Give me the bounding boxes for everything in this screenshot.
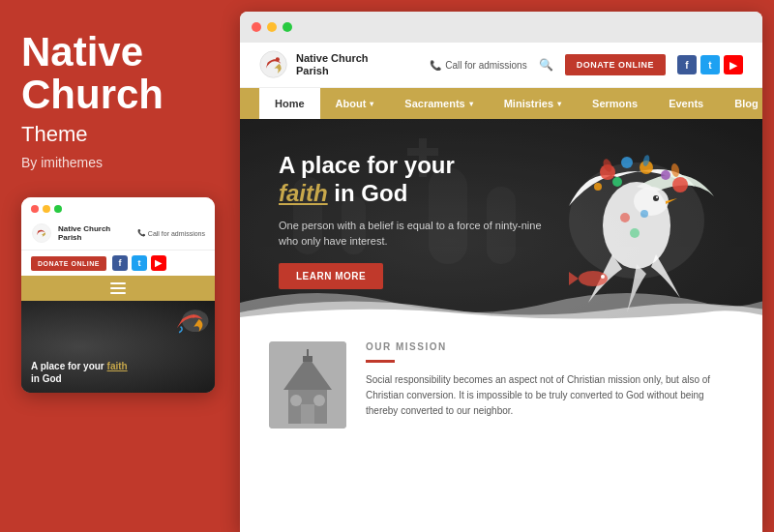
- browser-dot-green: [283, 22, 292, 32]
- site-logo-icon: [259, 50, 288, 79]
- mobile-logo-icon: [31, 222, 52, 244]
- browser-dot-yellow: [267, 22, 277, 32]
- svg-point-24: [634, 187, 669, 216]
- mobile-dot-red: [31, 205, 39, 213]
- mobile-logo-text: Native Church Parish: [58, 224, 110, 243]
- svg-point-27: [620, 213, 630, 222]
- site-header: Native Church Parish 📞 Call for admissio…: [240, 43, 762, 88]
- svg-point-26: [656, 196, 658, 198]
- mobile-hero-bird-icon: [173, 306, 210, 340]
- mobile-hero-text: A place for your faith in God: [31, 360, 128, 385]
- nav-item-sermons[interactable]: Sermons: [577, 88, 653, 119]
- mobile-facebook-icon[interactable]: f: [112, 255, 128, 271]
- mobile-social-icons: f t ▶: [112, 255, 166, 271]
- browser-window: Native Church Parish 📞 Call for admissio…: [240, 12, 762, 532]
- browser-content: Native Church Parish 📞 Call for admissio…: [240, 43, 762, 532]
- site-nav: Home About ▾ Sacraments ▾ Ministries ▾ S…: [240, 88, 762, 119]
- mobile-hamburger-bar: [21, 276, 215, 301]
- svg-rect-38: [290, 395, 302, 406]
- youtube-icon[interactable]: ▶: [724, 55, 743, 74]
- site-logo-area: Native Church Parish: [259, 50, 369, 79]
- mobile-preview: Native Church Parish 📞 Call for admissio…: [21, 197, 215, 393]
- mobile-hero-faith-word: faith: [107, 361, 128, 371]
- svg-point-18: [612, 177, 622, 187]
- site-social-icons: f t ▶: [677, 55, 743, 74]
- donate-button[interactable]: DONATE ONLINE: [565, 54, 666, 75]
- mobile-twitter-icon[interactable]: t: [132, 255, 147, 271]
- mobile-donate-row: DONATE ONLINE f t ▶: [21, 251, 215, 276]
- mobile-youtube-icon[interactable]: ▶: [151, 255, 166, 271]
- mission-label: OUR MISSION: [366, 341, 733, 352]
- site-logo-text: Native Church Parish: [296, 52, 369, 77]
- browser-titlebar: [240, 12, 762, 43]
- mission-divider: [366, 360, 395, 363]
- svg-rect-36: [307, 349, 309, 359]
- svg-point-28: [640, 210, 648, 218]
- nav-item-home[interactable]: Home: [259, 88, 320, 119]
- svg-point-0: [32, 224, 50, 243]
- theme-title: Native Church: [21, 31, 219, 116]
- site-header-right: 📞 Call for admissions 🔍 DONATE ONLINE f …: [430, 54, 743, 75]
- ministries-chevron-icon: ▾: [557, 100, 561, 108]
- nav-item-sacraments[interactable]: Sacraments ▾: [389, 88, 488, 119]
- twitter-icon[interactable]: t: [700, 55, 720, 74]
- svg-point-29: [630, 228, 640, 238]
- svg-point-16: [661, 170, 670, 180]
- phone-icon: 📞: [430, 60, 441, 71]
- mobile-hero-subheading: in God: [31, 372, 128, 385]
- svg-point-31: [601, 275, 605, 279]
- nav-item-about[interactable]: About ▾: [320, 88, 390, 119]
- svg-point-3: [260, 51, 286, 77]
- mobile-logo-area: Native Church Parish: [31, 222, 110, 244]
- svg-point-2: [193, 315, 195, 318]
- svg-rect-39: [313, 395, 325, 406]
- mobile-call-text: 📞 Call for admissions: [137, 229, 205, 237]
- search-icon[interactable]: 🔍: [539, 58, 553, 72]
- svg-point-17: [672, 177, 688, 192]
- theme-subtitle: Theme: [21, 122, 219, 147]
- site-hero: A place for your faith in God One person…: [240, 119, 762, 322]
- mission-section: OUR MISSION Social responsibility become…: [240, 322, 762, 532]
- mobile-hero: A place for your faith in God: [21, 301, 215, 393]
- nav-item-blog[interactable]: Blog: [719, 88, 762, 119]
- mobile-dot-yellow: [43, 205, 50, 213]
- about-chevron-icon: ▾: [370, 100, 373, 108]
- hero-subtext: One person with a belief is equal to a f…: [279, 218, 550, 250]
- nav-item-events[interactable]: Events: [653, 88, 719, 119]
- hero-wave: [240, 283, 762, 322]
- left-panel: Native Church Theme By imithemes Native …: [0, 0, 240, 532]
- sacraments-chevron-icon: ▾: [469, 100, 473, 108]
- mission-text-area: OUR MISSION Social responsibility become…: [366, 341, 733, 513]
- nav-item-ministries[interactable]: Ministries ▾: [489, 88, 577, 119]
- svg-point-19: [594, 183, 602, 191]
- mobile-hero-heading: A place for your faith: [31, 360, 128, 372]
- mobile-dot-green: [54, 205, 62, 213]
- theme-author: By imithemes: [21, 155, 219, 170]
- svg-point-14: [621, 157, 633, 168]
- mobile-donate-button[interactable]: DONATE ONLINE: [31, 256, 106, 271]
- mission-body: Social responsibility becomes an aspect …: [366, 372, 733, 419]
- svg-point-25: [653, 195, 659, 201]
- svg-point-4: [276, 57, 280, 61]
- facebook-icon[interactable]: f: [677, 55, 697, 74]
- site-call-text: 📞 Call for admissions: [430, 60, 526, 71]
- hero-faith-word: faith: [279, 180, 328, 206]
- svg-point-1: [182, 310, 208, 332]
- svg-rect-37: [301, 404, 314, 424]
- mobile-header-bar: Native Church Parish 📞 Call for admissio…: [21, 217, 215, 251]
- mission-image: [269, 341, 346, 429]
- mobile-hamburger-icon[interactable]: [110, 282, 126, 294]
- mobile-titlebar: [21, 197, 215, 217]
- mission-church-image: [269, 341, 346, 429]
- browser-dot-red: [252, 22, 261, 32]
